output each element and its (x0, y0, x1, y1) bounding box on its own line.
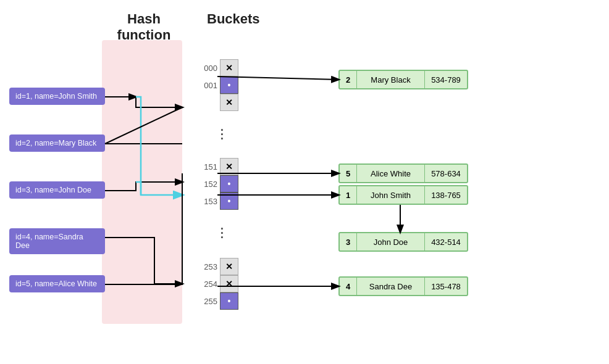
bucket-row-255: 255 • (191, 292, 238, 310)
bucket-group-3: 253 ✕ 254 ✕ 255 • (191, 258, 238, 310)
result-name-john-doe: John Doe (357, 233, 425, 250)
result-name-john-smith: John Smith (357, 186, 425, 204)
result-name-sandra-dee: Sandra Dee (357, 278, 425, 295)
result-phone-alice-white: 578-634 (425, 165, 467, 182)
bucket-row-001: 001 • (191, 77, 238, 94)
hash-diagram: Hashfunction Buckets id=1, name=John Smi… (0, 0, 609, 364)
bucket-label-153: 153 (191, 197, 217, 206)
result-id-2: 2 (340, 71, 357, 88)
bucket-cell-empty: ✕ (220, 94, 238, 111)
result-id-1: 1 (340, 186, 357, 204)
record-1: id=1, name=John Smith (9, 88, 105, 105)
result-id-4: 4 (340, 278, 357, 295)
result-row-john-doe: 3 John Doe 432-514 (338, 232, 468, 252)
result-phone-john-smith: 138-765 (425, 186, 467, 204)
bucket-row-254: 254 ✕ (191, 275, 238, 292)
bucket-cell-255: • (220, 292, 238, 310)
result-row-john-smith: 1 John Smith 138-765 (338, 185, 468, 205)
bucket-cell-001: • (220, 77, 238, 94)
bucket-label-151: 151 (191, 162, 217, 172)
result-name-mary-black: Mary Black (357, 71, 425, 88)
bucket-row-152: 152 • (191, 175, 238, 192)
bucket-row-002: ✕ (191, 94, 238, 111)
result-id-3: 3 (340, 233, 357, 250)
bucket-label-255: 255 (191, 297, 217, 306)
result-row-mary-black: 2 Mary Black 534-789 (338, 70, 468, 89)
bucket-label-152: 152 (191, 180, 217, 189)
dots-2: ⋮ (216, 225, 228, 240)
bucket-cell-253: ✕ (220, 258, 238, 275)
header-hash-function: Hashfunction (110, 11, 178, 43)
bucket-cell-153: • (220, 192, 238, 210)
record-2: id=2, name=Mary Black (9, 134, 105, 152)
result-phone-john-doe: 432-514 (425, 233, 467, 250)
bucket-row-253: 253 ✕ (191, 258, 238, 275)
result-name-alice-white: Alice White (357, 165, 425, 182)
bucket-label-253: 253 (191, 262, 217, 271)
bucket-cell-151: ✕ (220, 158, 238, 175)
bucket-cell-000: ✕ (220, 59, 238, 77)
dots-1: ⋮ (216, 126, 228, 141)
result-row-alice-white: 5 Alice White 578-634 (338, 163, 468, 183)
result-row-sandra-dee: 4 Sandra Dee 135-478 (338, 276, 468, 296)
bucket-cell-152: • (220, 175, 238, 192)
bucket-group-1: 000 ✕ 001 • ✕ (191, 59, 238, 111)
bucket-row-000: 000 ✕ (191, 59, 238, 77)
bucket-cell-254: ✕ (220, 275, 238, 292)
record-3: id=3, name=John Doe (9, 181, 105, 199)
hash-function-background (102, 40, 182, 324)
bucket-row-151: 151 ✕ (191, 158, 238, 175)
header-buckets: Buckets (207, 11, 260, 27)
record-5: id=5, name=Alice White (9, 275, 105, 292)
result-phone-mary-black: 534-789 (425, 71, 467, 88)
bucket-row-153: 153 • (191, 192, 238, 210)
result-id-5: 5 (340, 165, 357, 182)
bucket-group-2: 151 ✕ 152 • 153 • (191, 158, 238, 210)
record-4: id=4, name=Sandra Dee (9, 228, 105, 254)
bucket-label-001: 001 (191, 81, 217, 90)
bucket-label-254: 254 (191, 279, 217, 289)
result-phone-sandra-dee: 135-478 (425, 278, 467, 295)
bucket-label-000: 000 (191, 64, 217, 73)
